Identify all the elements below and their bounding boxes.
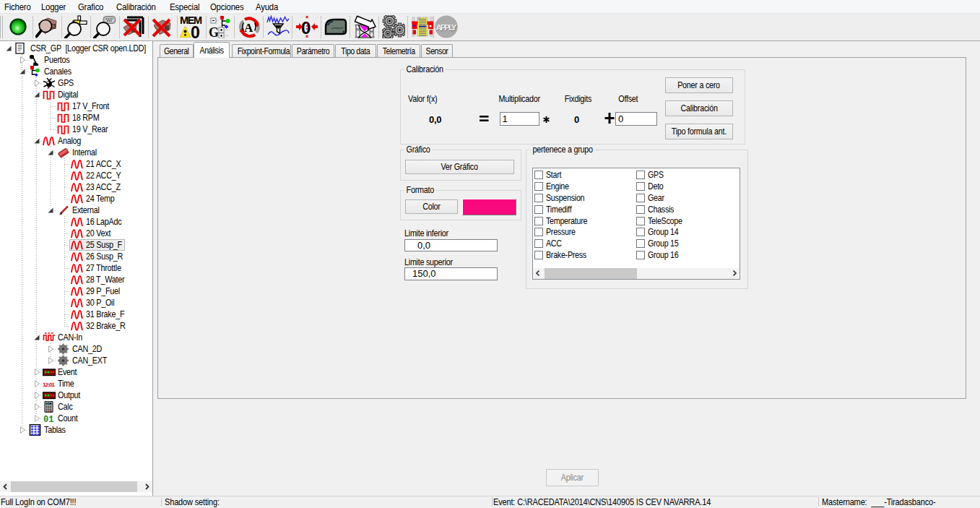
svg-text:01: 01 (43, 415, 53, 425)
svg-text:12:01: 12:01 (43, 382, 56, 388)
svg-text:G: G (209, 25, 219, 39)
svg-text:APPLY: APPLY (436, 23, 457, 32)
svg-text:0: 0 (191, 23, 200, 39)
svg-text:0: 0 (301, 18, 311, 38)
svg-text:A: A (244, 21, 253, 35)
